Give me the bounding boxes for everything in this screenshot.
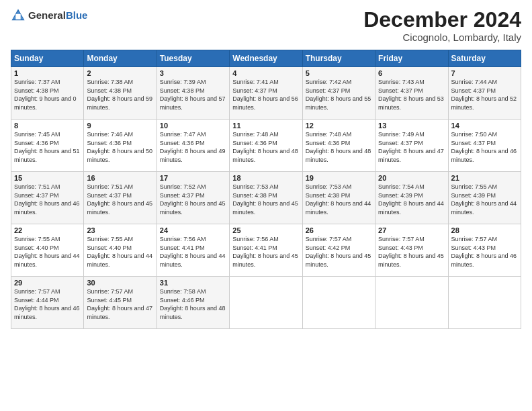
calendar-cell: 9 Sunrise: 7:46 AM Sunset: 4:36 PM Dayli… xyxy=(84,120,157,172)
daylight-label: Daylight: 8 hours and 59 minutes. xyxy=(87,95,152,111)
day-info: Sunrise: 7:47 AM Sunset: 4:36 PM Dayligh… xyxy=(160,130,226,164)
daylight-label: Daylight: 8 hours and 44 minutes. xyxy=(306,200,371,216)
daylight-label: Daylight: 8 hours and 55 minutes. xyxy=(306,95,371,111)
day-info: Sunrise: 7:46 AM Sunset: 4:36 PM Dayligh… xyxy=(87,130,153,164)
sunrise-label: Sunrise: 7:51 AM xyxy=(87,183,133,190)
calendar-cell: 18 Sunrise: 7:53 AM Sunset: 4:38 PM Dayl… xyxy=(230,172,302,224)
day-number: 12 xyxy=(306,122,372,130)
sunrise-label: Sunrise: 7:51 AM xyxy=(14,183,60,190)
sunrise-label: Sunrise: 7:54 AM xyxy=(378,183,425,190)
daylight-label: Daylight: 8 hours and 45 minutes. xyxy=(87,200,152,216)
calendar-cell: 28 Sunrise: 7:57 AM Sunset: 4:43 PM Dayl… xyxy=(448,224,521,277)
calendar-cell: 20 Sunrise: 7:54 AM Sunset: 4:39 PM Dayl… xyxy=(375,172,448,224)
sunset-label: Sunset: 4:38 PM xyxy=(14,87,59,94)
logo: GeneralBlue xyxy=(11,8,87,23)
logo-text: GeneralBlue xyxy=(28,9,87,21)
day-info: Sunrise: 7:57 AM Sunset: 4:42 PM Dayligh… xyxy=(306,235,372,269)
day-number: 18 xyxy=(232,174,299,182)
daylight-label: Daylight: 8 hours and 49 minutes. xyxy=(160,148,226,163)
sunset-label: Sunset: 4:37 PM xyxy=(87,192,132,199)
sunset-label: Sunset: 4:40 PM xyxy=(87,244,132,251)
day-number: 20 xyxy=(378,174,445,182)
logo-general: General xyxy=(28,9,66,21)
sunrise-label: Sunrise: 7:42 AM xyxy=(306,79,352,85)
sunrise-label: Sunrise: 7:39 AM xyxy=(160,79,206,85)
calendar-cell: 31 Sunrise: 7:58 AM Sunset: 4:46 PM Dayl… xyxy=(157,277,229,329)
calendar-cell: 4 Sunrise: 7:41 AM Sunset: 4:37 PM Dayli… xyxy=(230,67,302,120)
calendar-cell xyxy=(302,277,375,329)
calendar-cell: 8 Sunrise: 7:45 AM Sunset: 4:36 PM Dayli… xyxy=(11,120,84,172)
day-info: Sunrise: 7:56 AM Sunset: 4:41 PM Dayligh… xyxy=(232,235,299,269)
day-number: 8 xyxy=(14,122,81,130)
day-info: Sunrise: 7:53 AM Sunset: 4:38 PM Dayligh… xyxy=(306,183,372,216)
day-info: Sunrise: 7:50 AM Sunset: 4:37 PM Dayligh… xyxy=(451,130,518,164)
daylight-label: Daylight: 8 hours and 44 minutes. xyxy=(378,200,444,216)
calendar-cell: 14 Sunrise: 7:50 AM Sunset: 4:37 PM Dayl… xyxy=(448,120,521,172)
sunset-label: Sunset: 4:36 PM xyxy=(160,140,205,146)
day-number: 17 xyxy=(160,174,226,182)
daylight-label: Daylight: 8 hours and 45 minutes. xyxy=(378,253,444,268)
calendar-cell: 1 Sunrise: 7:37 AM Sunset: 4:38 PM Dayli… xyxy=(11,67,84,120)
page-container: GeneralBlue December 2024 Cicognolo, Lom… xyxy=(0,0,532,334)
calendar-cell: 2 Sunrise: 7:38 AM Sunset: 4:38 PM Dayli… xyxy=(84,67,157,120)
sunset-label: Sunset: 4:42 PM xyxy=(306,244,351,251)
calendar-cell: 25 Sunrise: 7:56 AM Sunset: 4:41 PM Dayl… xyxy=(230,224,302,277)
calendar-table: Sunday Monday Tuesday Wednesday Thursday… xyxy=(11,50,521,329)
day-number: 15 xyxy=(14,174,81,182)
day-number: 21 xyxy=(451,174,518,182)
day-number: 7 xyxy=(451,69,518,77)
day-number: 30 xyxy=(87,279,153,287)
day-number: 13 xyxy=(378,122,445,130)
sunset-label: Sunset: 4:41 PM xyxy=(160,244,205,251)
sunrise-label: Sunrise: 7:43 AM xyxy=(378,79,425,85)
header: GeneralBlue December 2024 Cicognolo, Lom… xyxy=(11,8,521,43)
day-info: Sunrise: 7:37 AM Sunset: 4:38 PM Dayligh… xyxy=(14,78,81,111)
calendar-cell xyxy=(448,277,521,329)
daylight-label: Daylight: 8 hours and 52 minutes. xyxy=(451,95,517,111)
sunrise-label: Sunrise: 7:55 AM xyxy=(87,236,133,242)
daylight-label: Daylight: 8 hours and 44 minutes. xyxy=(14,253,80,268)
daylight-label: Daylight: 8 hours and 50 minutes. xyxy=(87,148,152,163)
sunset-label: Sunset: 4:36 PM xyxy=(232,140,277,146)
calendar-cell: 7 Sunrise: 7:44 AM Sunset: 4:37 PM Dayli… xyxy=(448,67,521,120)
sunrise-label: Sunrise: 7:57 AM xyxy=(378,236,425,242)
daylight-label: Daylight: 8 hours and 44 minutes. xyxy=(87,253,152,268)
daylight-label: Daylight: 8 hours and 53 minutes. xyxy=(378,95,444,111)
sunrise-label: Sunrise: 7:47 AM xyxy=(160,131,206,138)
daylight-label: Daylight: 8 hours and 47 minutes. xyxy=(87,305,152,320)
sunset-label: Sunset: 4:36 PM xyxy=(87,140,132,146)
day-number: 24 xyxy=(160,226,226,234)
sunrise-label: Sunrise: 7:53 AM xyxy=(306,183,352,190)
day-number: 5 xyxy=(306,69,372,77)
day-number: 23 xyxy=(87,226,153,234)
daylight-label: Daylight: 8 hours and 46 minutes. xyxy=(14,200,80,216)
day-info: Sunrise: 7:43 AM Sunset: 4:37 PM Dayligh… xyxy=(378,78,445,111)
sunset-label: Sunset: 4:39 PM xyxy=(378,192,423,199)
daylight-label: Daylight: 8 hours and 44 minutes. xyxy=(160,253,226,268)
day-number: 6 xyxy=(378,69,445,77)
day-number: 27 xyxy=(378,226,445,234)
daylight-label: Daylight: 8 hours and 45 minutes. xyxy=(306,253,371,268)
calendar-cell: 21 Sunrise: 7:55 AM Sunset: 4:39 PM Dayl… xyxy=(448,172,521,224)
sunset-label: Sunset: 4:37 PM xyxy=(378,140,423,146)
daylight-label: Daylight: 8 hours and 45 minutes. xyxy=(232,253,298,268)
col-wednesday: Wednesday xyxy=(230,50,302,67)
calendar-week-row: 29 Sunrise: 7:57 AM Sunset: 4:44 PM Dayl… xyxy=(11,277,521,329)
daylight-label: Daylight: 8 hours and 56 minutes. xyxy=(232,95,298,111)
calendar-cell: 27 Sunrise: 7:57 AM Sunset: 4:43 PM Dayl… xyxy=(375,224,448,277)
day-number: 1 xyxy=(14,69,81,77)
calendar-week-row: 15 Sunrise: 7:51 AM Sunset: 4:37 PM Dayl… xyxy=(11,172,521,224)
calendar-cell: 26 Sunrise: 7:57 AM Sunset: 4:42 PM Dayl… xyxy=(302,224,375,277)
day-info: Sunrise: 7:55 AM Sunset: 4:40 PM Dayligh… xyxy=(14,235,81,269)
sunrise-label: Sunrise: 7:56 AM xyxy=(232,236,279,242)
calendar-cell: 3 Sunrise: 7:39 AM Sunset: 4:38 PM Dayli… xyxy=(157,67,229,120)
sunrise-label: Sunrise: 7:37 AM xyxy=(14,79,60,85)
sunset-label: Sunset: 4:39 PM xyxy=(451,192,496,199)
sunrise-label: Sunrise: 7:58 AM xyxy=(160,288,206,295)
sunrise-label: Sunrise: 7:55 AM xyxy=(451,183,498,190)
day-number: 3 xyxy=(160,69,226,77)
sunset-label: Sunset: 4:37 PM xyxy=(232,87,277,94)
daylight-label: Daylight: 8 hours and 48 minutes. xyxy=(232,148,298,163)
day-info: Sunrise: 7:53 AM Sunset: 4:38 PM Dayligh… xyxy=(232,183,299,216)
sunset-label: Sunset: 4:43 PM xyxy=(451,244,496,251)
